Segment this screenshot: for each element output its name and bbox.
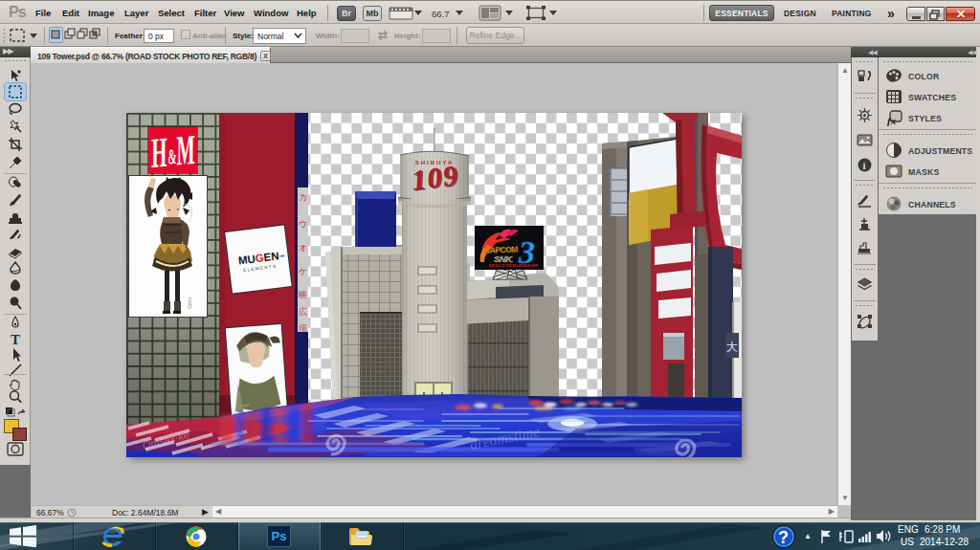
svg-text:i: i — [863, 160, 866, 171]
svg-text:場: 場 — [298, 323, 307, 333]
svg-text:?: ? — [778, 528, 789, 547]
svg-text:ウ: ウ — [299, 219, 307, 229]
svg-text:カ: カ — [299, 192, 307, 202]
svg-text:ケ: ケ — [299, 267, 307, 276]
svg-text:109: 109 — [410, 159, 459, 196]
svg-text:T: T — [11, 332, 20, 347]
svg-text:映: 映 — [299, 290, 307, 299]
svg-text:大: 大 — [726, 341, 738, 354]
svg-text:広: 広 — [299, 307, 307, 317]
svg-text:オ: オ — [299, 243, 307, 253]
svg-text:BATTLE OF THE MILLENNIUM 200X: BATTLE OF THE MILLENNIUM 200X — [489, 264, 538, 268]
svg-text:Gmrz: Gmrz — [187, 297, 192, 309]
svg-text:fx: fx — [887, 115, 897, 126]
svg-text:SNK.: SNK. — [494, 253, 514, 264]
